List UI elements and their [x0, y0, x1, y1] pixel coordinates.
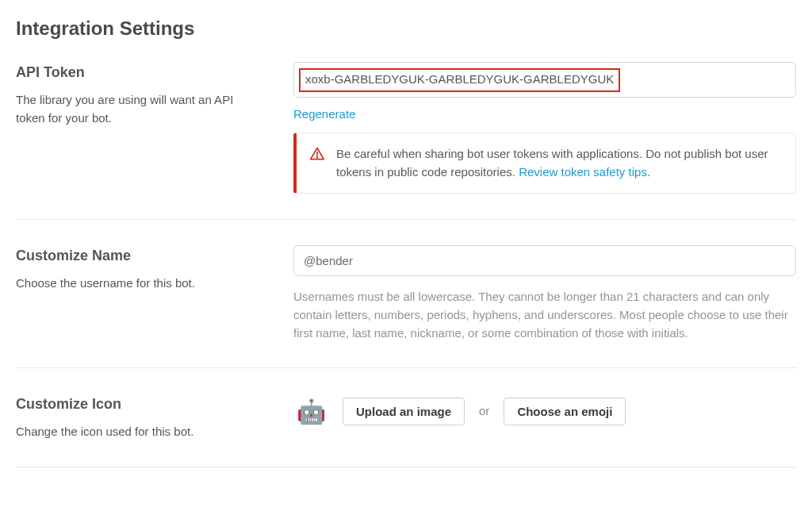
- token-safety-link[interactable]: Review token safety tips: [519, 165, 647, 179]
- warning-text-after: .: [647, 165, 650, 179]
- api-token-description: The library you are using will want an A…: [16, 91, 262, 127]
- customize-name-section: Customize Name Choose the username for t…: [16, 245, 796, 369]
- warning-triangle-icon: [309, 146, 325, 162]
- page-title: Integration Settings: [16, 14, 796, 43]
- warning-text: Be careful when sharing bot user tokens …: [336, 144, 783, 182]
- customize-icon-heading: Customize Icon: [16, 394, 262, 415]
- or-label: or: [479, 402, 489, 421]
- api-token-field[interactable]: xoxb-GARBLEDYGUK-GARBLEDYGUK-GARBLEDYGUK: [293, 62, 796, 98]
- customize-name-description: Choose the username for this bot.: [16, 275, 262, 293]
- api-token-value: xoxb-GARBLEDYGUK-GARBLEDYGUK-GARBLEDYGUK: [305, 72, 614, 86]
- username-helper: Usernames must be all lowercase. They ca…: [293, 287, 796, 343]
- api-token-section: API Token The library you are using will…: [16, 62, 796, 220]
- customize-name-heading: Customize Name: [16, 245, 262, 267]
- regenerate-link[interactable]: Regenerate: [293, 106, 355, 124]
- bot-avatar-icon: 🤖: [293, 394, 328, 429]
- upload-image-button[interactable]: Upload an image: [343, 398, 465, 425]
- username-input[interactable]: [293, 245, 796, 276]
- customize-icon-section: Customize Icon Change the icon used for …: [16, 394, 796, 467]
- token-warning: Be careful when sharing bot user tokens …: [293, 133, 796, 194]
- customize-icon-description: Change the icon used for this bot.: [16, 423, 262, 441]
- api-token-value-highlight: xoxb-GARBLEDYGUK-GARBLEDYGUK-GARBLEDYGUK: [299, 68, 620, 92]
- svg-point-1: [317, 157, 318, 158]
- api-token-heading: API Token: [16, 62, 262, 83]
- choose-emoji-button[interactable]: Choose an emoji: [504, 398, 626, 425]
